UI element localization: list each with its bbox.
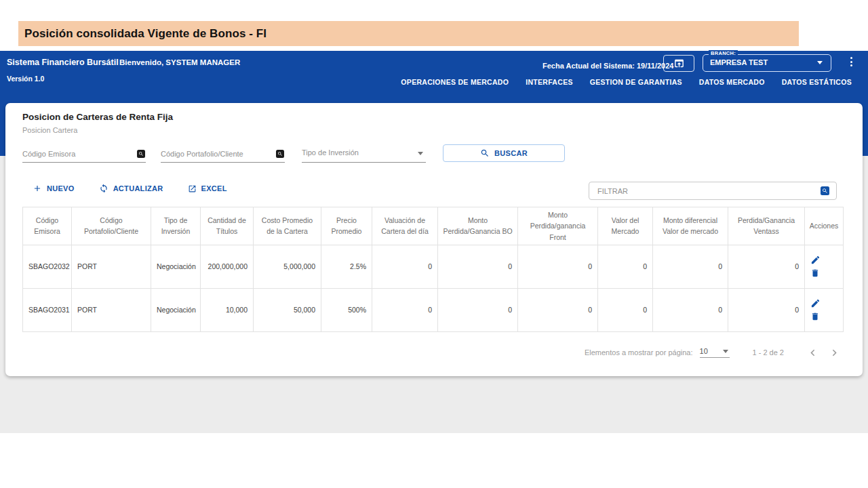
codigo-portafolio-field: [161, 145, 285, 163]
system-date-label: Fecha Actual del Sistema: 19/11/2024: [542, 62, 673, 70]
tipo-inversion-select[interactable]: Tipo de Inversión: [302, 145, 426, 163]
col-pg-ventas: Perdida/Ganancia Ventass: [728, 207, 805, 245]
report-title-banner: Posición consolidada Vigente de Bonos - …: [18, 21, 799, 46]
previous-page-button[interactable]: [804, 344, 821, 361]
cell-cantidad-titulos: 200,000,000: [201, 245, 254, 288]
cell-monto-pg-front: 0: [518, 288, 598, 331]
refresh-icon: [99, 184, 108, 193]
buscar-label: BUSCAR: [494, 149, 528, 157]
export-icon: [188, 184, 197, 193]
branch-select[interactable]: BRANCH: EMPRESA TEST: [703, 54, 831, 72]
emisora-lookup-button[interactable]: [137, 150, 145, 158]
tipo-inversion-label: Tipo de Inversión: [302, 148, 359, 157]
chevron-down-icon: [418, 152, 423, 155]
cell-pg-ventas: 0: [728, 245, 805, 288]
col-monto-pg-front: Monto Perdida/ganancia Front: [518, 207, 598, 245]
nav-gestion-de-garantias[interactable]: GESTION DE GARANTIAS: [590, 78, 682, 86]
col-acciones: Acciones: [805, 207, 844, 245]
cell-valuacion: 0: [372, 245, 438, 288]
report-title: Posición consolidada Vigente de Bonos - …: [24, 27, 267, 41]
edit-icon[interactable]: [810, 255, 837, 265]
more-options-button[interactable]: [846, 56, 856, 68]
chevron-down-icon: [817, 61, 823, 64]
nav-datos-estaticos[interactable]: DATOS ESTÁTICOS: [782, 78, 852, 86]
positions-table: Código Emisora Código Portafolio/Cliente…: [22, 207, 844, 332]
cell-acciones: [805, 245, 844, 288]
items-per-page-label: Elementos a mostrar por página:: [585, 348, 693, 357]
col-costo-promedio: Costo Promedio de la Cartera: [254, 207, 321, 245]
cell-costo-promedio: 5,000,000: [254, 245, 321, 288]
cell-monto-pg-bo: 0: [438, 245, 518, 288]
page-size-select[interactable]: 10: [700, 347, 730, 358]
kebab-icon: [850, 57, 852, 59]
version-label: Versión 1.0: [7, 75, 44, 83]
filtrar-search-button[interactable]: [821, 186, 829, 195]
table-row: SBAGO2032 PORT Negociación 200,000,000 5…: [23, 245, 844, 288]
cell-tipo-inversion: Negociación: [151, 245, 201, 288]
cell-tipo-inversion: Negociación: [151, 288, 201, 331]
page-range-label: 1 - 2 de 2: [753, 348, 784, 357]
nav-datos-mercado[interactable]: DATOS MERCADO: [699, 78, 765, 86]
chevron-left-icon: [806, 346, 819, 359]
col-cantidad-titulos: Cantidad de Títulos: [201, 207, 254, 245]
buscar-button[interactable]: BUSCAR: [443, 144, 565, 162]
next-page-button[interactable]: [826, 344, 842, 361]
page-title: Posicion de Carteras de Renta Fija: [22, 112, 173, 122]
table-row: SBAGO2031 PORT Negociación 10,000 50,000…: [23, 288, 844, 331]
actualizar-button[interactable]: ACTUALIZAR: [99, 184, 163, 193]
page-subtitle: Posicion Cartera: [22, 126, 77, 134]
branch-value: EMPRESA TEST: [710, 55, 768, 70]
filtrar-field: [589, 182, 837, 200]
cell-acciones: [805, 288, 844, 331]
cell-valuacion: 0: [372, 288, 438, 331]
delete-icon[interactable]: [810, 268, 837, 278]
col-monto-pg-bo: Monto Perdida/Ganancia BO: [438, 207, 518, 245]
portafolio-lookup-button[interactable]: [276, 150, 284, 158]
search-icon: [480, 148, 490, 158]
cell-monto-diferencial: 0: [653, 288, 728, 331]
col-codigo-emisora: Código Emisora: [23, 207, 72, 245]
chevron-down-icon: [723, 350, 728, 353]
codigo-emisora-field: [22, 145, 146, 163]
cell-cantidad-titulos: 10,000: [201, 288, 254, 331]
cell-codigo-emisora: SBAGO2032: [23, 245, 72, 288]
codigo-portafolio-input[interactable]: [161, 145, 285, 162]
search-icon: [138, 151, 144, 157]
cell-valor-mercado: 0: [598, 245, 653, 288]
col-tipo-inversion: Tipo de Inversión: [151, 207, 201, 245]
cell-codigo-emisora: SBAGO2031: [23, 288, 72, 331]
table-header-row: Código Emisora Código Portafolio/Cliente…: [23, 207, 844, 245]
plus-icon: [33, 184, 42, 193]
cell-pg-ventas: 0: [728, 288, 805, 331]
positions-panel: Posicion de Carteras de Renta Fija Posic…: [5, 103, 863, 376]
cell-monto-pg-bo: 0: [438, 288, 518, 331]
cell-valor-mercado: 0: [598, 288, 653, 331]
cell-codigo-portafolio: PORT: [72, 288, 151, 331]
cell-monto-pg-front: 0: [518, 245, 598, 288]
main-nav: OPERACIONES DE MERCADO INTERFACES GESTIO…: [401, 78, 852, 86]
welcome-text: Bienvenido, SYSTEM MANAGER: [119, 58, 240, 66]
edit-icon[interactable]: [810, 298, 837, 308]
cell-precio-promedio: 2.5%: [321, 245, 372, 288]
search-icon: [822, 188, 828, 194]
cell-costo-promedio: 50,000: [254, 288, 321, 331]
cell-monto-diferencial: 0: [653, 245, 728, 288]
nuevo-button[interactable]: NUEVO: [33, 184, 75, 193]
open-in-browser-button[interactable]: [663, 55, 694, 72]
codigo-emisora-input[interactable]: [22, 145, 146, 162]
chevron-right-icon: [828, 346, 841, 359]
col-valor-mercado: Valor del Mercado: [598, 207, 653, 245]
nav-operaciones-de-mercado[interactable]: OPERACIONES DE MERCADO: [401, 78, 509, 86]
delete-icon[interactable]: [810, 312, 837, 321]
nav-interfaces[interactable]: INTERFACES: [526, 78, 573, 86]
app-title: Sistema Financiero Bursátil: [7, 58, 119, 67]
cell-precio-promedio: 500%: [321, 288, 372, 331]
search-icon: [277, 151, 283, 157]
col-valuacion-cartera: Valuación de Cartera del día: [372, 207, 438, 245]
col-codigo-portafolio: Código Portafolio/Cliente: [72, 207, 151, 245]
pagination: Elementos a mostrar por página: 10 1 - 2…: [585, 344, 842, 361]
filtrar-input[interactable]: [589, 182, 836, 199]
open-in-browser-icon: [673, 58, 685, 69]
excel-export-button[interactable]: EXCEL: [188, 184, 227, 193]
table-actions: NUEVO ACTUALIZAR EXCEL: [33, 184, 227, 193]
